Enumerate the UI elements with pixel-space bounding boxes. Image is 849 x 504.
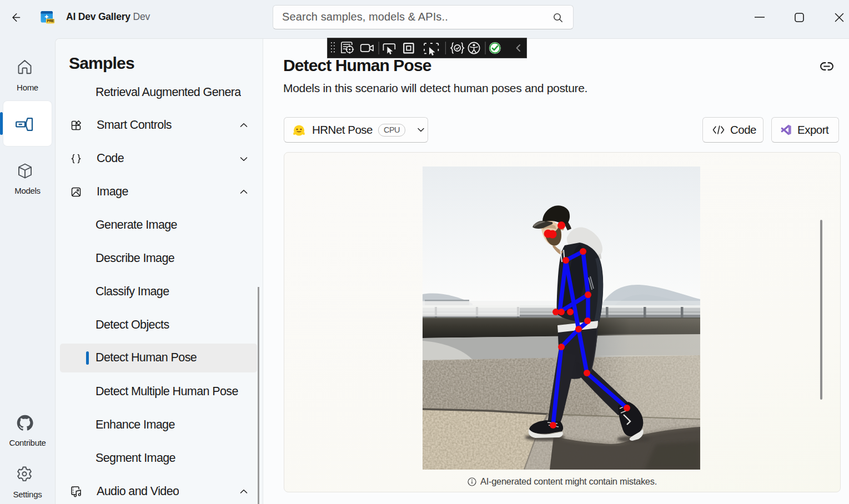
svg-text:PRE: PRE <box>47 19 54 23</box>
